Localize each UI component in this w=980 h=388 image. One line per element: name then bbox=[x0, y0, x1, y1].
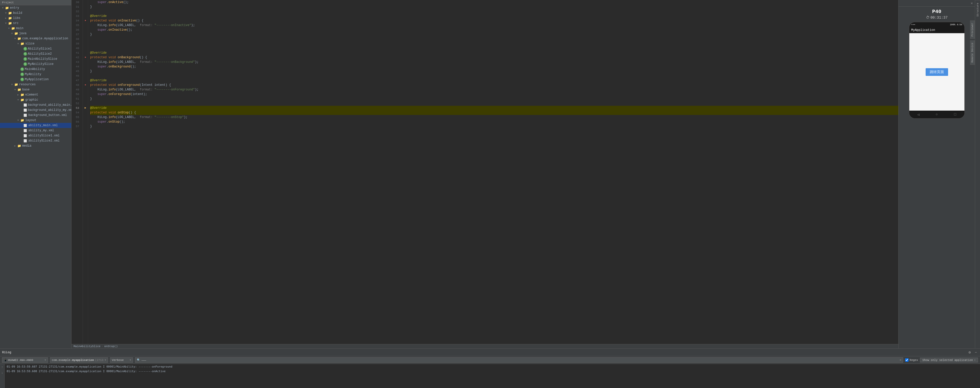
code-content[interactable]: super.onActive(); } @Override protected … bbox=[88, 0, 898, 344]
tree-label: AbilitySlice1 bbox=[28, 47, 52, 51]
search-input[interactable] bbox=[142, 359, 899, 362]
code-line-highlighted: @Override bbox=[90, 106, 898, 110]
previewer-tab[interactable]: Previewer bbox=[970, 21, 975, 39]
code-line: HiLog.info(LOG_LABEL, format: "--------o… bbox=[90, 60, 898, 64]
log-line: 01-09 16:53:59.607 27131-27131/com.examp… bbox=[6, 364, 978, 369]
tree-item-java[interactable]: ▼ 📁 java bbox=[0, 31, 71, 36]
remote-device-tab[interactable]: Remote Device bbox=[970, 40, 975, 65]
xml-icon: ⬜ bbox=[24, 124, 27, 127]
tree-item-src[interactable]: ▼ 📁 src bbox=[0, 21, 71, 26]
code-line: HiLog.info(LOG_LABEL, format: "--------o… bbox=[90, 23, 898, 27]
tree-item-layout[interactable]: ▼ 📁 layout bbox=[0, 118, 71, 123]
tree-item-abilityslice2[interactable]: ▶ C AbilitySlice2 bbox=[0, 51, 71, 56]
line-num: 30 bbox=[72, 0, 81, 5]
tree-item-package[interactable]: ▼ 📁 com.example.myapplication bbox=[0, 36, 71, 41]
device-icon: 📱 bbox=[4, 359, 7, 362]
breadcrumb-method[interactable]: onStop() bbox=[104, 345, 118, 348]
tree-item-base[interactable]: ▼ 📁 base bbox=[0, 87, 71, 92]
battery-time: 100% 4:54 bbox=[950, 24, 963, 26]
side-tabs: Previewer Remote Device bbox=[970, 21, 975, 65]
device-name: P40 bbox=[932, 6, 941, 16]
code-line: HiLog.info(LOG_LABEL, format: "--------o… bbox=[90, 87, 898, 92]
breakpoint-gutter[interactable]: ● ● ● bbox=[83, 0, 88, 344]
tree-label: background_button.xml bbox=[28, 113, 67, 117]
close-icon[interactable]: ✕ bbox=[971, 1, 973, 5]
code-line-highlighted: protected void onStop() { bbox=[90, 110, 898, 115]
line-num: 32 bbox=[72, 9, 81, 14]
hilog-toolbar: ⚙ − bbox=[967, 350, 978, 355]
tree-item-slice[interactable]: ▼ 📁 slice bbox=[0, 41, 71, 46]
device-selector[interactable]: 📱 HUAWEI ANA-AN00 ▾ bbox=[2, 357, 48, 363]
clear-search-icon[interactable]: ✕ bbox=[900, 358, 901, 362]
back-button[interactable]: ◁ bbox=[917, 112, 919, 117]
tree-item-myabilityslice[interactable]: ▶ C MyAbilitySlice bbox=[0, 62, 71, 67]
tree-item-graphic[interactable]: ▼ 📁 graphic bbox=[0, 97, 71, 102]
tree-label: libs bbox=[13, 16, 21, 20]
tree-item-ability-my[interactable]: ▶ ⬜ ability_my.xml bbox=[0, 128, 71, 133]
tree-item-bg-my[interactable]: ▶ ⬜ background_ability_my.xml bbox=[0, 107, 71, 113]
device-preview-header: ✕ bbox=[899, 0, 975, 6]
log-content[interactable]: 01-09 16:53:59.607 27131-27131/com.examp… bbox=[5, 364, 980, 388]
tree-item-media[interactable]: ▶ 📁 media bbox=[0, 143, 71, 148]
hilog-panel: HiLog ⚙ − 📱 HUAWEI ANA-AN00 ▾ com.exampl… bbox=[0, 348, 980, 388]
tree-item-mainability[interactable]: ▶ C MainAbility bbox=[0, 67, 71, 72]
jump-button[interactable]: 跳转页面 bbox=[926, 68, 948, 76]
line-num: 34 bbox=[72, 18, 81, 23]
recents-button[interactable]: □ bbox=[954, 112, 956, 117]
folder-icon: 📁 bbox=[21, 93, 24, 97]
log-gutter: ↑ ↓ bbox=[0, 364, 5, 388]
tree-item-myapplication[interactable]: ▶ C MyApplication bbox=[0, 77, 71, 82]
phone-status-bar: ▪▪▪ 100% 4:54 bbox=[909, 22, 964, 27]
tree-item-main[interactable]: ▼ 📁 main bbox=[0, 26, 71, 31]
code-editor[interactable]: 30 31 32 33 34 35 36 37 38 39 40 41 42 4… bbox=[72, 0, 898, 344]
tree-item-abilityslice2-xml[interactable]: ▶ ⬜ abilitySlice2.xml bbox=[0, 138, 71, 143]
minimize-icon[interactable]: − bbox=[974, 350, 978, 355]
breadcrumb-class[interactable]: MainAbilitySlice bbox=[73, 345, 100, 348]
device-preview-panel: ✕ P40 ⏱ 00:31:37 ▪▪▪ 100% 4:54 MyApplica… bbox=[898, 0, 975, 348]
search-icon: 🔍 bbox=[137, 358, 140, 362]
tree-item-abilityslice1-xml[interactable]: ▶ ⬜ abilitySlice1.xml bbox=[0, 133, 71, 138]
line-num: 38 bbox=[72, 37, 81, 42]
tree-item-abilityslice1[interactable]: ▶ C AbilitySlice1 bbox=[0, 46, 71, 51]
line-num: 46 bbox=[72, 73, 81, 78]
folder-arrow: ▶ bbox=[18, 93, 21, 96]
structure-tab[interactable]: Structure bbox=[975, 0, 980, 19]
java-icon: C bbox=[21, 78, 24, 81]
code-line: super.onBackground(); bbox=[90, 64, 898, 69]
tree-item-libs[interactable]: ▶ 📁 libs bbox=[0, 16, 71, 21]
java-icon: C bbox=[24, 47, 27, 51]
tree-item-mainabilityslice[interactable]: ▶ C MainAbilitySlice bbox=[0, 56, 71, 62]
dropdown-arrow: ▾ bbox=[45, 358, 46, 362]
tree-item-entry[interactable]: ▼ 📁 entry bbox=[0, 5, 71, 11]
tree-item-myability[interactable]: ▶ C MyAbility bbox=[0, 72, 71, 77]
line-num: 51 bbox=[72, 97, 81, 101]
settings-icon[interactable]: ⚙ bbox=[967, 350, 972, 355]
code-line: } bbox=[90, 5, 898, 9]
tree-item-ability-main[interactable]: ▶ ⬜ ability_main.xml bbox=[0, 123, 71, 128]
scroll-down-button[interactable]: ↓ bbox=[1, 370, 3, 375]
code-line: super.onInactive(); bbox=[90, 27, 898, 32]
tree-item-resources[interactable]: ▼ 📁 resources bbox=[0, 82, 71, 87]
show-selected-dropdown[interactable]: Show only selected application ▾ bbox=[920, 358, 978, 362]
scroll-up-button[interactable]: ↑ bbox=[1, 365, 3, 370]
code-line: @Override bbox=[90, 14, 898, 18]
log-level-selector[interactable]: Verbose ▾ bbox=[110, 357, 133, 363]
code-line bbox=[90, 37, 898, 42]
tree-label: background_ability_my.xml bbox=[28, 108, 72, 112]
tree-item-bg-main[interactable]: ▶ ⬜ background_ability_main.xml bbox=[0, 102, 71, 107]
tree-label: AbilitySlice2 bbox=[28, 52, 52, 56]
tree-item-element[interactable]: ▶ 📁 element bbox=[0, 92, 71, 97]
code-line bbox=[90, 9, 898, 14]
dropdown-arrow: ▾ bbox=[129, 358, 131, 362]
tree-item-build[interactable]: ▼ 📁 build bbox=[0, 11, 71, 16]
regex-checkbox[interactable] bbox=[905, 358, 908, 362]
home-button[interactable]: ○ bbox=[935, 112, 938, 117]
code-line: } bbox=[90, 69, 898, 73]
device-time: ⏱ 00:31:37 bbox=[926, 16, 948, 20]
tree-item-bg-button[interactable]: ▶ ⬜ background_button.xml bbox=[0, 113, 71, 118]
filter-bar: 📱 HUAWEI ANA-AN00 ▾ com.example.myapplic… bbox=[0, 356, 980, 364]
code-line: protected void onInactive() { bbox=[90, 18, 898, 23]
package-selector[interactable]: com.example.myapplication (2713 ▾ bbox=[50, 357, 108, 363]
regex-option[interactable]: Regex bbox=[905, 358, 918, 362]
search-box[interactable]: 🔍 ✕ bbox=[135, 357, 903, 363]
